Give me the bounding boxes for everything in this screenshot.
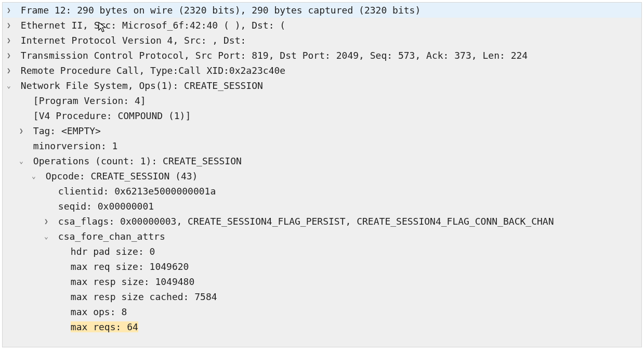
- chevron-right-icon[interactable]: ❯: [40, 214, 52, 229]
- seqid-field: seqid: 0x00000001: [58, 201, 154, 212]
- tree-row-nfs[interactable]: ⌄ Network File System, Ops(1): CREATE_SE…: [3, 78, 641, 93]
- tree-row-hdr-pad-size[interactable]: hdr pad size: 0: [3, 244, 641, 259]
- nfs-summary: Network File System, Ops(1): CREATE_SESS…: [21, 80, 263, 91]
- max-resp-size-cached-field: max resp size cached: 7584: [71, 291, 217, 302]
- ethernet-summary: Ethernet II, Src: Microsof_6f:42:40 ( ),…: [21, 20, 285, 31]
- tree-row-max-ops[interactable]: max ops: 8: [3, 304, 641, 319]
- tree-row-ethernet[interactable]: ❯ Ethernet II, Src: Microsof_6f:42:40 ( …: [3, 18, 641, 33]
- tree-row-opcode[interactable]: ⌄ Opcode: CREATE_SESSION (43): [3, 168, 641, 184]
- program-version: [Program Version: 4]: [33, 95, 146, 106]
- csa-fore-chan-attrs-field: csa_fore_chan_attrs: [58, 231, 165, 242]
- tree-row-tag[interactable]: ❯ Tag: <EMPTY>: [3, 123, 641, 138]
- v4-procedure: [V4 Procedure: COMPOUND (1)]: [33, 110, 191, 121]
- rpc-summary: Remote Procedure Call, Type:Call XID:0x2…: [21, 65, 285, 76]
- max-ops-field: max ops: 8: [71, 306, 127, 317]
- ipv4-summary: Internet Protocol Version 4, Src: , Dst:: [21, 35, 246, 46]
- tree-row-ipv4[interactable]: ❯ Internet Protocol Version 4, Src: , Ds…: [3, 33, 641, 48]
- chevron-right-icon[interactable]: ❯: [3, 18, 15, 33]
- chevron-down-icon[interactable]: ⌄: [15, 153, 28, 168]
- operations-field: Operations (count: 1): CREATE_SESSION: [33, 155, 242, 166]
- chevron-down-icon[interactable]: ⌄: [28, 168, 40, 184]
- max-reqs-field: max reqs: 64: [71, 321, 138, 332]
- tree-row-v4-procedure[interactable]: [V4 Procedure: COMPOUND (1)]: [3, 108, 641, 123]
- tree-row-operations[interactable]: ⌄ Operations (count: 1): CREATE_SESSION: [3, 153, 641, 168]
- tree-row-clientid[interactable]: clientid: 0x6213e5000000001a: [3, 184, 641, 199]
- max-resp-size-field: max resp size: 1049480: [71, 276, 194, 287]
- tree-row-max-reqs[interactable]: max reqs: 64: [3, 319, 641, 334]
- chevron-right-icon[interactable]: ❯: [3, 3, 15, 18]
- tcp-summary: Transmission Control Protocol, Src Port:…: [21, 50, 528, 61]
- tree-row-minorversion[interactable]: minorversion: 1: [3, 138, 641, 153]
- tree-row-rpc[interactable]: ❯ Remote Procedure Call, Type:Call XID:0…: [3, 63, 641, 78]
- tree-row-max-resp-size-cached[interactable]: max resp size cached: 7584: [3, 289, 641, 304]
- csa-flags-field: csa_flags: 0x00000003, CREATE_SESSION4_F…: [58, 216, 554, 227]
- chevron-down-icon[interactable]: ⌄: [3, 78, 15, 93]
- tree-row-frame[interactable]: ❯ Frame 12: 290 bytes on wire (2320 bits…: [3, 3, 641, 18]
- tag-field: Tag: <EMPTY>: [33, 125, 101, 136]
- chevron-right-icon[interactable]: ❯: [3, 48, 15, 63]
- packet-details-pane[interactable]: ❯ Frame 12: 290 bytes on wire (2320 bits…: [2, 2, 642, 347]
- chevron-right-icon[interactable]: ❯: [3, 33, 15, 48]
- tree-row-program-version[interactable]: [Program Version: 4]: [3, 93, 641, 108]
- tree-row-seqid[interactable]: seqid: 0x00000001: [3, 199, 641, 214]
- tree-row-tcp[interactable]: ❯ Transmission Control Protocol, Src Por…: [3, 48, 641, 63]
- chevron-down-icon[interactable]: ⌄: [40, 229, 52, 244]
- tree-row-max-req-size[interactable]: max req size: 1049620: [3, 259, 641, 274]
- opcode-field: Opcode: CREATE_SESSION (43): [46, 171, 198, 182]
- minorversion-field: minorversion: 1: [33, 140, 118, 151]
- max-req-size-field: max req size: 1049620: [71, 261, 189, 272]
- tree-row-max-resp-size[interactable]: max resp size: 1049480: [3, 274, 641, 289]
- chevron-right-icon[interactable]: ❯: [15, 123, 28, 138]
- clientid-field: clientid: 0x6213e5000000001a: [58, 186, 216, 197]
- tree-row-csa-flags[interactable]: ❯ csa_flags: 0x00000003, CREATE_SESSION4…: [3, 214, 641, 229]
- chevron-right-icon[interactable]: ❯: [3, 63, 15, 78]
- frame-summary: Frame 12: 290 bytes on wire (2320 bits),…: [21, 5, 420, 16]
- hdr-pad-size-field: hdr pad size: 0: [71, 246, 155, 257]
- tree-row-csa-fore-chan-attrs[interactable]: ⌄ csa_fore_chan_attrs: [3, 229, 641, 244]
